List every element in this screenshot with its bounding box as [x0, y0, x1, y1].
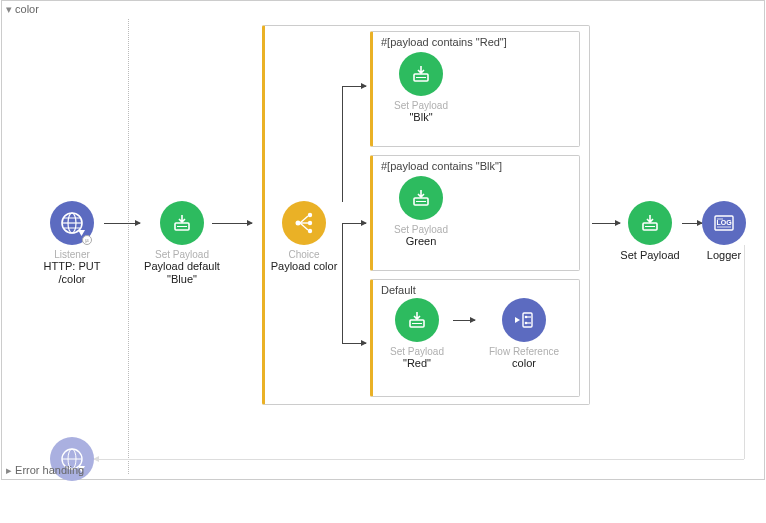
node-value: HTTP: PUT /color	[32, 260, 112, 286]
set-payload-icon	[628, 201, 672, 245]
return-connector	[102, 459, 744, 460]
choice-icon	[282, 201, 326, 245]
node-type: Set Payload	[381, 346, 453, 357]
arrow	[342, 223, 366, 224]
flow-title[interactable]: color	[6, 3, 39, 16]
node-type: Flow Reference	[481, 346, 567, 357]
svg-point-9	[308, 213, 312, 217]
node-type: Set Payload	[381, 100, 461, 111]
node-value: Logger	[694, 249, 754, 262]
source-divider	[128, 19, 129, 474]
set-payload-branch3-node[interactable]: Set Payload "Red"	[381, 298, 453, 370]
logger-node[interactable]: LOG Logger	[694, 201, 754, 262]
choice-node[interactable]: Choice Payload color	[264, 201, 344, 273]
node-value: Payload default "Blue"	[142, 260, 222, 286]
set-payload-icon	[399, 176, 443, 220]
set-payload-icon	[395, 298, 439, 342]
svg-text:LOG: LOG	[716, 219, 732, 226]
node-value: Set Payload	[610, 249, 690, 262]
svg-line-14	[300, 223, 308, 230]
svg-point-10	[308, 221, 312, 225]
set-payload-branch1-node[interactable]: Set Payload "Blk"	[381, 52, 461, 124]
choice-branch-1: #[payload contains "Red"] Set Payload "B…	[370, 31, 580, 147]
node-value: "Red"	[381, 357, 453, 370]
connector	[342, 223, 343, 343]
node-type: Choice	[264, 249, 344, 260]
arrow	[453, 320, 475, 321]
node-type: Listener	[32, 249, 112, 260]
node-value: Green	[381, 235, 461, 248]
node-type: Set Payload	[142, 249, 222, 260]
branch-condition: #[payload contains "Red"]	[381, 36, 571, 48]
svg-point-8	[296, 221, 301, 226]
svg-point-11	[308, 229, 312, 233]
set-payload-default-node[interactable]: Set Payload Payload default "Blue"	[142, 201, 222, 286]
choice-branch-default: Default Set Payload "Red"	[370, 279, 580, 397]
set-payload-icon	[160, 201, 204, 245]
logger-icon: LOG	[702, 201, 746, 245]
node-value: color	[481, 357, 567, 370]
branch-condition: Default	[381, 284, 571, 296]
node-value: "Blk"	[381, 111, 461, 124]
svg-point-24	[525, 322, 528, 325]
flow-container: color µ Listener HTTP: PUT /color	[1, 0, 765, 480]
flow-reference-icon	[502, 298, 546, 342]
arrow	[342, 86, 366, 87]
arrow	[342, 343, 366, 344]
arrow	[104, 223, 140, 224]
error-handling-section[interactable]: Error handling	[6, 464, 84, 477]
svg-rect-22	[523, 313, 532, 327]
choice-branch-2: #[payload contains "Blk"] Set Payload Gr…	[370, 155, 580, 271]
flow-reference-node[interactable]: Flow Reference color	[481, 298, 567, 370]
connector	[342, 86, 343, 202]
arrow	[212, 223, 252, 224]
listener-node[interactable]: µ Listener HTTP: PUT /color	[32, 201, 112, 286]
svg-point-23	[525, 316, 528, 319]
return-connector	[744, 245, 745, 459]
node-value: Payload color	[264, 260, 344, 273]
svg-marker-21	[515, 317, 520, 323]
connector-dot: µ	[82, 235, 92, 245]
set-payload-branch2-node[interactable]: Set Payload Green	[381, 176, 461, 248]
svg-line-12	[300, 216, 308, 223]
node-type: Set Payload	[381, 224, 461, 235]
set-payload-icon	[399, 52, 443, 96]
set-payload-after-node[interactable]: Set Payload	[610, 201, 690, 262]
branch-condition: #[payload contains "Blk"]	[381, 160, 571, 172]
